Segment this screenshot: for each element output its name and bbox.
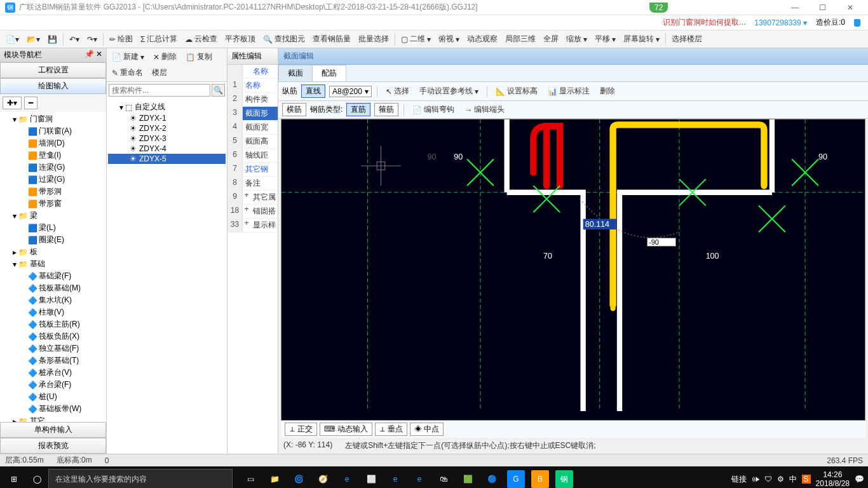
app-icon-2[interactable]: 🌀 [290,470,308,488]
search-input[interactable] [109,84,210,97]
redo-icon[interactable]: ↷▾ [84,34,100,45]
tree-item[interactable]: 🟧壁龛(I) [0,149,106,161]
snap-ortho[interactable]: ⊥ 正交 [285,423,317,436]
rename-button[interactable]: ✎ 重命名 [109,66,146,79]
tree-other[interactable]: ▸ 📁 其它 [0,415,106,422]
copy-button[interactable]: 📋 复制 [182,50,215,64]
select-button[interactable]: ↖ 选择 [383,85,412,98]
new-button[interactable]: 📄 新建 ▾ [109,50,147,64]
tray-icon[interactable]: 🕪 [752,475,759,484]
tree-item[interactable]: 🟧带形洞 [0,186,106,198]
ref-line-button[interactable]: 手动设置参考线 ▾ [416,85,482,98]
tree-item[interactable]: 🔷基础梁(F) [0,270,106,282]
save-icon[interactable]: 💾 [44,34,60,45]
tab-section[interactable]: 截面 [278,65,313,81]
sum-button[interactable]: Σ 汇总计算 [137,32,180,46]
floor-button[interactable]: 楼层 [149,66,170,79]
tree-item[interactable]: 🔷独立基础(F) [0,342,106,355]
nav-draw-input[interactable]: 绘图输入 [0,78,106,94]
tip-link[interactable]: 识别门窗洞时如何提取... [663,17,745,28]
tree-item[interactable]: 🔷筏板主筋(R) [0,318,106,330]
prop-row[interactable]: 其它钢 [243,163,278,176]
current-app-icon[interactable]: 钢 [555,470,573,488]
bell-icon[interactable] [854,19,860,27]
app-icon-7[interactable]: G [507,470,525,488]
batch-button[interactable]: 批量选择 [355,32,392,46]
ie2-icon[interactable]: e [410,470,428,488]
transverse-button[interactable]: 横筋 [282,103,306,116]
snap-perp[interactable]: ⊥ 垂点 [375,423,407,436]
component-tree[interactable]: ▾ 📁 门窗洞 🟦门联窗(A) 🟧墙洞(D) 🟧壁龛(I) 🟦连梁(G) 🟦过梁… [0,112,106,422]
tree-item[interactable]: 🔷条形基础(T) [0,355,106,367]
mt-item[interactable]: ☀ ZDYX-4 [108,144,226,154]
tray-icon[interactable]: S [802,475,811,484]
edit-hook-button[interactable]: 📄 编辑弯钩 [409,103,458,116]
tree-item[interactable]: 🔷承台梁(F) [0,379,106,391]
update-badge[interactable]: 72 [649,3,668,13]
prop-row[interactable]: 显示样 [250,219,278,232]
cortana-icon[interactable]: ◯ [28,470,46,488]
nav-tab-add-icon[interactable]: ✚▾ [3,97,22,109]
prop-row[interactable]: 截面高 [243,135,278,148]
tree-beam[interactable]: ▾ 📁 梁 [0,210,106,222]
tree-item[interactable]: 🟦门联窗(A) [0,125,106,137]
ie-icon[interactable]: e [338,470,356,488]
task-view-icon[interactable]: ▭ [241,470,259,488]
straight-button[interactable]: 直筋 [346,103,370,116]
clock[interactable]: 14:262018/8/28 [816,470,850,488]
find-button[interactable]: 🔍 查找图元 [260,32,308,46]
stirrup-button[interactable]: 箍筋 [374,103,398,116]
property-grid[interactable]: 名称 1名称 2构件类 3截面形 4截面宽 5截面高 6轴线距 7其它钢 8备注… [227,65,278,454]
edge-icon[interactable]: e [386,470,404,488]
show-dim-button[interactable]: 📊 显示标注 [545,85,593,98]
set-elevation-button[interactable]: 📐 设置标高 [492,85,541,98]
edit-end-button[interactable]: → 编辑端头 [461,103,508,116]
tree-foundation[interactable]: ▾ 📁 基础 [0,258,106,270]
app-icon-8[interactable]: B [531,470,549,488]
system-tray[interactable]: 链接 🕪 🛡 ⚙ 中 S 14:262018/8/28 💬 [731,470,868,488]
prop-row[interactable]: 截面宽 [243,121,278,134]
nav-unit-input[interactable]: 单构件输入 [0,422,106,438]
tree-door-window[interactable]: ▾ 📁 门窗洞 [0,113,106,125]
account-dropdown[interactable]: 13907298339 ▾ [754,18,807,27]
nav-project-settings[interactable]: 工程设置 [0,62,106,78]
mt-item-selected[interactable]: ☀ ZDYX-5 [108,154,226,164]
search-button[interactable]: 🔍 [212,84,225,97]
new-file-icon[interactable]: 📄▾ [3,34,22,45]
prop-row[interactable]: 备注 [243,177,278,190]
local3d-button[interactable]: 局部三维 [502,32,539,46]
tree-item[interactable]: 🟦圈梁(E) [0,234,106,246]
store-icon[interactable]: 🛍 [435,470,452,488]
tree-item[interactable]: 🔷柱墩(V) [0,306,106,318]
tree-item[interactable]: 🔷基础板带(W) [0,403,106,415]
tray-ime[interactable]: 中 [789,474,797,485]
tree-item[interactable]: 🔷桩(U) [0,391,106,403]
rotate-button[interactable]: 屏幕旋转 ▾ [620,32,663,46]
close-button[interactable]: ✕ [837,3,863,12]
tree-item[interactable]: 🔷筏板负筋(X) [0,330,106,342]
start-button[interactable]: ⊞ [0,466,28,488]
viewbar-button[interactable]: 查看钢筋量 [309,32,354,46]
snap-mid[interactable]: ◈ 中点 [410,423,444,436]
maximize-button[interactable]: ☐ [810,3,836,12]
taskbar-search[interactable]: 在这里输入你要搜索的内容 [48,469,233,488]
tree-item[interactable]: 🟧墙洞(D) [0,137,106,149]
prop-row-selected[interactable]: 截面形 [243,107,278,120]
spec-combo[interactable]: A8@200 ▾ [329,86,372,97]
prop-row[interactable]: 其它属 [250,191,278,204]
snap-dyn[interactable]: ⌨ 动态输入 [320,423,372,436]
tree-item[interactable]: 🔷集水坑(K) [0,294,106,306]
tree-item[interactable]: 🟧带形窗 [0,198,106,210]
app-icon-4[interactable]: ⬜ [362,470,380,488]
cloud-check-button[interactable]: ☁ 云检查 [182,32,220,46]
flat-button[interactable]: 平齐板顶 [222,32,259,46]
dim-input[interactable] [647,238,676,247]
line-button[interactable]: 直线 [301,85,325,98]
birdview-button[interactable]: 俯视 ▾ [435,32,463,46]
tray-icon[interactable]: 🛡 [764,475,772,484]
prop-row[interactable]: 构件类 [243,93,278,106]
tree-item[interactable]: 🟦过梁(G) [0,173,106,186]
draw-button[interactable]: ✏ 绘图 [106,32,136,46]
select-floor-button[interactable]: 选择楼层 [668,32,705,46]
tree-item[interactable]: 🟦梁(L) [0,222,106,234]
